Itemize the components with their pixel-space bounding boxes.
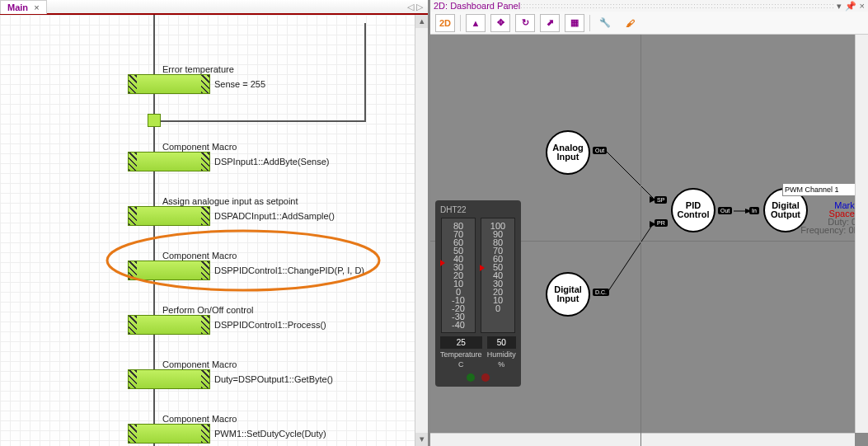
- flowchart-block[interactable]: [128, 369, 210, 389]
- humidity-gauge: 1009080706050403020100: [481, 218, 515, 333]
- flowchart-tabbar: Main × ◁ ▷: [0, 0, 428, 15]
- port-sp[interactable]: SP: [655, 196, 667, 204]
- block-title: Perform On/Off control: [162, 305, 253, 315]
- panel-title: 2D: Dashboard Panel: [434, 1, 520, 11]
- flowchart-block[interactable]: [128, 206, 210, 226]
- grid-button[interactable]: ▦: [565, 14, 584, 32]
- hum-value: 50: [487, 336, 516, 349]
- pwm-stats: Mark: 0 Space: 0 Duty: 0% Frequency: 0Hz: [782, 201, 865, 234]
- hum-pointer-icon: [480, 265, 485, 271]
- temp-label: Temperature: [440, 350, 482, 359]
- highlight-circle: [99, 228, 387, 293]
- block-title: Component Macro: [162, 414, 237, 424]
- pin-icon[interactable]: 📌: [845, 1, 856, 12]
- window-dropdown-icon[interactable]: ▾: [837, 1, 842, 12]
- flowchart-block[interactable]: [128, 424, 210, 444]
- block-subtitle: Sense = 255: [214, 79, 265, 89]
- pan-tool-button[interactable]: ✥: [490, 14, 510, 32]
- flowchart-canvas[interactable]: Error temperatureSense = 255Component Ma…: [0, 15, 428, 446]
- port-pr[interactable]: PR: [655, 219, 668, 227]
- block-title: Component Macro: [162, 142, 237, 152]
- wrench-icon[interactable]: 🔧: [595, 14, 615, 32]
- node-digital-input[interactable]: DigitalInput: [546, 272, 590, 317]
- vertical-scrollbar[interactable]: ▴ ▾: [415, 15, 428, 446]
- view-2d-button[interactable]: 2D: [435, 14, 455, 32]
- node-analog-input[interactable]: AnalogInput: [546, 130, 590, 175]
- close-panel-icon[interactable]: ×: [860, 1, 865, 11]
- block-subtitle: DSPInput1::AddByte(Sense): [214, 157, 329, 167]
- dht22-widget[interactable]: DHT22 80706050403020100-10-20-30-40 1009…: [435, 200, 521, 387]
- temp-pointer-icon: [440, 260, 445, 266]
- cursor-tool-button[interactable]: ▲: [466, 14, 486, 32]
- port-dc[interactable]: D.C.: [593, 289, 609, 296]
- tab-main[interactable]: Main ×: [0, 0, 47, 14]
- dashboard-canvas[interactable]: DHT22 80706050403020100-10-20-30-40 1009…: [430, 35, 868, 446]
- header-dots: ::::::::::::::::::::::::::::::::::::::::…: [520, 2, 833, 10]
- block-subtitle: PWM1::SetDutyCycle(Duty): [214, 429, 326, 439]
- block-subtitle: DSPPIDControl1::Process(): [214, 320, 326, 330]
- dht-title: DHT22: [440, 205, 516, 214]
- flowchart-block[interactable]: [128, 74, 210, 94]
- tab-nav-arrows[interactable]: ◁ ▷: [407, 2, 428, 12]
- pwm-channel-label[interactable]: PWM Channel 1: [782, 183, 865, 196]
- tab-label: Main: [7, 2, 28, 12]
- block-title: Error temperature: [162, 64, 234, 74]
- dash-hscroll[interactable]: [430, 433, 855, 446]
- pwm-freq: Frequency: 0Hz: [782, 226, 865, 234]
- rotate-tool-button[interactable]: ↻: [515, 14, 535, 32]
- close-icon[interactable]: ×: [34, 2, 39, 12]
- dashboard-header: 2D: Dashboard Panel ::::::::::::::::::::…: [430, 0, 868, 12]
- flowchart-block[interactable]: [128, 315, 210, 335]
- scroll-up-icon[interactable]: ▴: [415, 15, 428, 28]
- svg-point-0: [107, 231, 379, 290]
- flowchart-block[interactable]: [128, 152, 210, 171]
- temperature-gauge: 80706050403020100-10-20-30-40: [441, 218, 476, 333]
- port-in[interactable]: In: [749, 207, 759, 214]
- block-subtitle: Duty=DSPOutput1::GetByte(): [214, 374, 333, 384]
- temp-value: 25: [440, 336, 482, 349]
- popout-button[interactable]: ⬈: [540, 14, 560, 32]
- port-out-pid[interactable]: Out: [718, 207, 732, 214]
- flow-junction: [148, 114, 161, 127]
- hum-label: Humidity: [487, 350, 516, 359]
- hum-unit: %: [487, 360, 516, 369]
- block-title: Component Macro: [162, 359, 237, 369]
- dash-vscroll[interactable]: [855, 35, 868, 433]
- node-pid-control[interactable]: PIDControl: [671, 188, 716, 232]
- port-out[interactable]: Out: [593, 147, 607, 154]
- led-red: [481, 373, 490, 382]
- dashboard-toolbar: 2D ▲ ✥ ↻ ⬈ ▦ 🔧 🖌: [430, 12, 868, 35]
- brush-icon[interactable]: 🖌: [620, 14, 640, 32]
- led-green: [467, 373, 475, 382]
- block-subtitle: DSPADCInput1::AddSample(): [214, 211, 335, 221]
- block-title: Assign analogue input as setpoint: [162, 196, 298, 206]
- temp-unit: C: [440, 360, 482, 369]
- scroll-down-icon[interactable]: ▾: [415, 433, 428, 446]
